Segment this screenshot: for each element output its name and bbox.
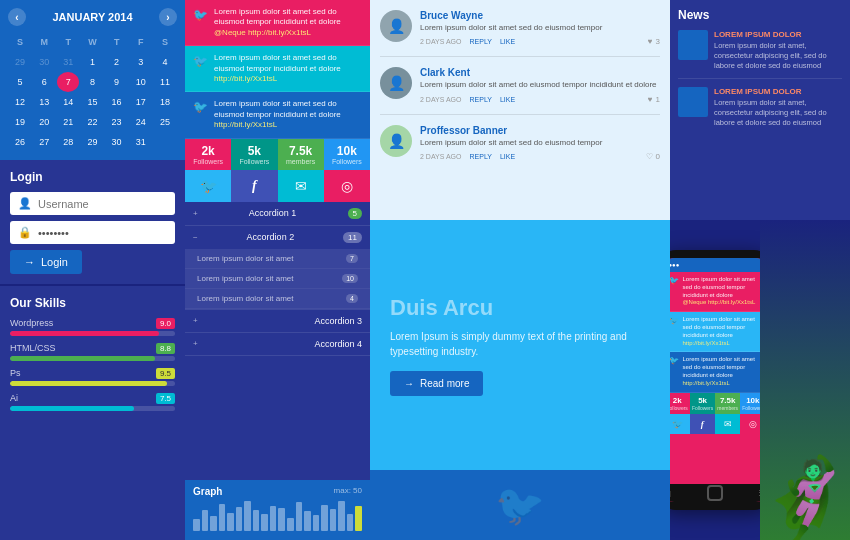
cal-cell[interactable]: 2 [106,52,128,72]
like-link[interactable]: LIKE [500,38,515,45]
tweet-link[interactable]: @Neque http://bit.ly/Xx1tsL [214,28,311,37]
mail-social-button[interactable]: ✉ [278,170,324,202]
tweet-link[interactable]: http://bit.ly/Xx1tsL [214,74,277,83]
arrow-icon: → [404,378,414,389]
read-more-button[interactable]: → Read more [390,371,483,396]
stat-followers-2k: 2k Followers [185,139,231,170]
accordion-header-1[interactable]: + Accordion 1 5 [185,202,370,225]
cal-cell[interactable]: 29 [81,132,103,152]
reply-link[interactable]: REPLY [470,153,492,160]
phone-stat-2k: 2k Followers [670,393,690,414]
cal-cell[interactable]: 1 [81,52,103,72]
phone-home-button[interactable] [707,485,723,501]
cal-cell[interactable]: 10 [130,72,152,92]
cal-cell[interactable]: 4 [154,52,176,72]
skill-bar-fill [10,406,134,411]
tweet-link[interactable]: http://bit.ly/Xx1tsL [682,340,729,346]
comment-actions: 2 DAYS AGO REPLY LIKE ♡ 0 [420,152,660,161]
cal-cell[interactable]: 14 [57,92,79,112]
cal-cell[interactable]: 28 [57,132,79,152]
phone-stat-5k: 5k Followers [690,393,715,414]
skill-value: 9.5 [156,368,175,379]
login-button[interactable]: → Login [10,250,82,274]
cal-cell[interactable]: 29 [9,52,31,72]
twitter-social-button[interactable]: 🐦 [185,170,231,202]
cal-cell[interactable]: 8 [81,72,103,92]
cal-cell[interactable]: 11 [154,72,176,92]
reply-link[interactable]: REPLY [470,38,492,45]
like-link[interactable]: LIKE [500,153,515,160]
cal-cell[interactable]: 20 [33,112,55,132]
cal-cell[interactable]: 24 [130,112,152,132]
cal-cell[interactable]: 18 [154,92,176,112]
cal-cell-today[interactable]: 7 [57,72,79,92]
cal-cell[interactable]: 17 [130,92,152,112]
instagram-social-button[interactable]: ◎ [324,170,370,202]
graph-bars [193,501,362,531]
phone-instagram-button[interactable]: ◎ [740,414,760,434]
cal-cell[interactable]: 31 [57,52,79,72]
accordion-sub-item[interactable]: Lorem ipsum dolor sit amet 7 [185,249,370,269]
mail-icon: ✉ [724,419,732,429]
like-link[interactable]: LIKE [500,96,515,103]
accordion-sub-item[interactable]: Lorem ipsum dolor sit amet 4 [185,289,370,309]
phone-mail-button[interactable]: ✉ [715,414,740,434]
cal-cell[interactable]: 23 [106,112,128,132]
facebook-social-button[interactable]: f [231,170,277,202]
reply-link[interactable]: REPLY [470,96,492,103]
password-input[interactable] [38,227,167,239]
calendar-row-5: 26 27 28 29 30 31 [8,132,177,152]
accordion-expand-icon: + [193,339,198,348]
tweet-link[interactable]: http://bit.ly/Xx1tsL [682,380,729,386]
tweet-link[interactable]: http://bit.ly/Xx1tsL [214,120,277,129]
skill-item-ai: Ai 7.5 [10,393,175,411]
cal-cell[interactable]: 30 [33,52,55,72]
cal-cell[interactable]: 21 [57,112,79,132]
cal-cell[interactable]: 15 [81,92,103,112]
cal-cell[interactable]: 3 [130,52,152,72]
cal-cell[interactable]: 6 [33,72,55,92]
accordion-header-3[interactable]: + Accordion 3 [185,310,370,332]
cal-cell[interactable]: 16 [106,92,128,112]
comment-item-bruce: 👤 Bruce Wayne Lorem ipsum dolor sit amet… [380,10,660,57]
graph-bar [236,507,243,531]
accordion-header-2[interactable]: − Accordion 2 11 [185,226,370,249]
tweet-item-1: 🐦 Lorem ipsum dolor sit amet sed do eius… [185,0,370,46]
phone-menu-button[interactable]: ☰ [759,489,760,498]
username-input[interactable] [38,198,167,210]
phone-twitter-button[interactable]: 🐦 [670,414,690,434]
calendar-next-button[interactable]: › [159,8,177,26]
arrow-right-icon: → [24,256,35,268]
main-grid: ‹ JANUARY 2014 › S M T W T F S 29 30 31 [0,0,850,540]
username-input-wrap: 👤 [10,192,175,215]
cal-cell[interactable]: 26 [9,132,31,152]
news-item-title: LOREM IPSUM DOLOR [714,87,842,96]
cal-cell[interactable]: 27 [33,132,55,152]
cal-cell[interactable]: 19 [9,112,31,132]
twitter-icon: 🐦 [670,316,679,347]
cal-cell[interactable]: 31 [130,132,152,152]
graph-bar [244,501,251,531]
graph-bar [261,514,268,531]
cal-cell[interactable]: 30 [106,132,128,152]
calendar-prev-button[interactable]: ‹ [8,8,26,26]
cal-cell[interactable]: 12 [9,92,31,112]
accordion-expand-icon: + [193,316,198,325]
skill-bar-bg [10,406,175,411]
skills-box: Our Skills Wordpress 9.0 HTML/CSS 8.8 [0,284,185,540]
cal-cell[interactable]: 25 [154,112,176,132]
phone-social-row: 🐦 f ✉ ◎ [670,414,760,434]
cal-cell[interactable]: 5 [9,72,31,92]
accordion-header-4[interactable]: + Accordion 4 [185,333,370,355]
phone-facebook-button[interactable]: f [690,414,715,434]
right-column: News LOREM IPSUM DOLOR Lorem ipsum dolor… [670,0,850,540]
cal-cell[interactable]: 9 [106,72,128,92]
graph-bar [287,518,294,531]
cal-cell[interactable]: 22 [81,112,103,132]
tweet-link[interactable]: @Neque http://bit.ly/Xx1tsL [682,299,755,305]
comment-body: Bruce Wayne Lorem ipsum dolor sit amet s… [420,10,660,46]
cal-cell[interactable]: 13 [33,92,55,112]
skill-bar-bg [10,331,175,336]
accordion-sub-item[interactable]: Lorem ipsum dolor sit amet 10 [185,269,370,289]
skill-name: Ai [10,393,18,404]
